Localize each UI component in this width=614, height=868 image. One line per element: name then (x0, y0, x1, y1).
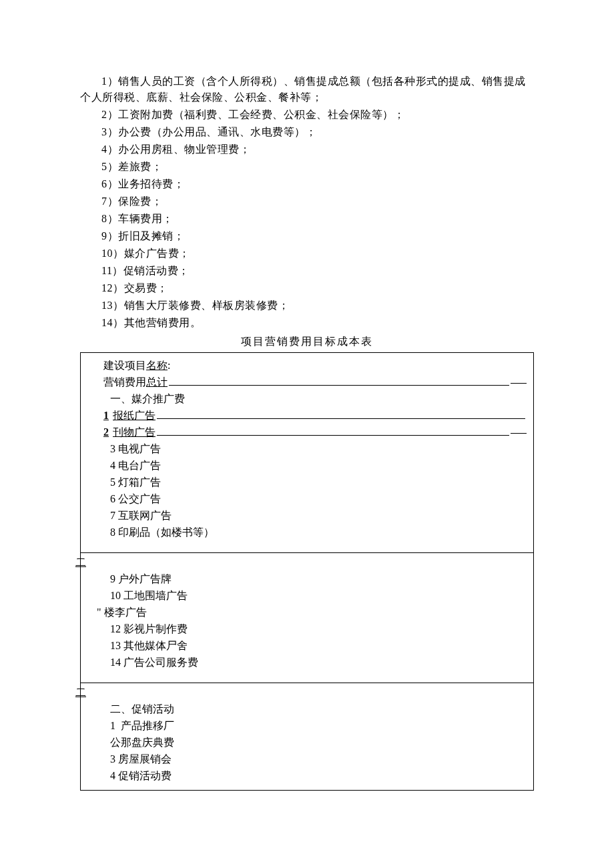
item-row: 公那盘庆典费 (87, 735, 527, 751)
item-row: 14 广告公司服务费 (87, 655, 527, 671)
item-row: " 楼李广告 (87, 604, 527, 620)
project-name-row: 建设项目名称: (81, 358, 533, 374)
item-row: 12 影视片制作费 (87, 621, 527, 637)
item-row: 9 户外广告牌 (87, 571, 527, 587)
item-text: 广告公司服务费 (123, 657, 198, 668)
section-2-label: 二、促销活动 (110, 703, 174, 715)
item-number: 12 (110, 623, 121, 634)
separator (81, 683, 533, 683)
item-number: 14 (110, 657, 121, 668)
dash-icon (511, 426, 527, 434)
item-number: 13 (110, 640, 121, 651)
item-text: 电台广告 (118, 460, 161, 471)
two-marker: 二 (75, 685, 533, 701)
item-text: 影视片制作费 (123, 623, 188, 634)
table-title: 项目营销费用目标成本表 (80, 334, 534, 350)
list-item: 6）业务招待费； (80, 176, 534, 192)
item-number: 5 (110, 476, 115, 488)
quote-mark: " (97, 606, 101, 618)
underline-fill (157, 408, 525, 419)
list-item: 4）办公用房租、物业管理费； (80, 141, 534, 157)
item-number: 2 (103, 426, 109, 438)
item-number: 10 (110, 590, 121, 601)
item-text: 楼李广告 (104, 606, 147, 618)
total-label-underline: 总计 (146, 376, 168, 388)
item-number: 9 (110, 573, 115, 584)
separator (81, 552, 533, 553)
project-label-underline: 名称 (146, 360, 168, 371)
project-label: 建设项目 (103, 360, 146, 371)
item-row: 3 房屋展销会 (87, 751, 527, 767)
list-item: 7）保险费； (80, 193, 534, 209)
cost-table: 建设项目名称: 营销费用总计 一、媒介推广费 1 报纸广告 2 刊物广告 3 电… (80, 352, 534, 791)
item-row: 1 产品推移厂 (87, 718, 527, 734)
item-text: 电视广告 (118, 443, 161, 454)
item-number: 4 (110, 460, 115, 471)
item-text: 其他媒体尸舍 (123, 640, 188, 651)
list-item: 13）销售大厅装修费、样板房装修费； (80, 298, 534, 314)
list-item: 2）工资附加费（福利费、工会经费、公积金、社会保险等）； (80, 107, 534, 123)
item-row: 2 刊物广告 (81, 424, 533, 440)
list-item: 14）其他营销费用。 (80, 315, 534, 331)
item-number: 1 (110, 720, 115, 731)
item-number: 4 (110, 770, 115, 781)
two-marker: 二 (75, 554, 533, 570)
item-row: 10 工地围墙广告 (87, 588, 527, 604)
item-number: 8 (110, 526, 115, 538)
item-row: 3 电视广告 (87, 441, 527, 457)
underline-fill (169, 375, 509, 386)
item-text: 印刷品（如楼书等） (118, 526, 214, 538)
item-text: 公那盘庆典费 (110, 737, 174, 748)
item-row: 13 其他媒体尸舍 (87, 638, 527, 654)
item-row: 4 促销活动费 (87, 768, 527, 784)
section-1-label: 一、媒介推广费 (110, 393, 185, 404)
underline-fill (157, 425, 509, 436)
item-number: 6 (110, 493, 115, 504)
item-row: 8 印刷品（如楼书等） (87, 524, 527, 540)
item-text: 户外广告牌 (118, 573, 172, 584)
item-row: 7 互联网广告 (87, 508, 527, 524)
item-text: 刊物广告 (113, 426, 156, 438)
item-row: 5 灯箱广告 (87, 474, 527, 490)
item-text: 灯箱广告 (118, 476, 161, 488)
dash-icon (511, 376, 527, 384)
total-label: 营销费用 (103, 376, 146, 388)
item-row: 4 电台广告 (87, 458, 527, 474)
item-number: 3 (110, 753, 115, 765)
item-text: 报纸广告 (113, 410, 156, 421)
list-item: 8）车辆费用； (80, 211, 534, 227)
list-item: 10）媒介广告费； (80, 246, 534, 262)
item-number: 1 (103, 410, 109, 421)
section-1-header: 一、媒介推广费 (87, 391, 527, 407)
item-text: 房屋展销会 (118, 753, 172, 765)
item-number: 7 (110, 510, 115, 521)
list-item: 9）折旧及摊销； (80, 228, 534, 244)
item-text: 工地围墙广告 (123, 590, 188, 601)
item-text: 促销活动费 (118, 770, 172, 781)
list-item: 3）办公费（办公用品、通讯、水电费等）； (80, 124, 534, 140)
numbered-list: 1）销售人员的工资（含个人所得税）、销售提成总额（包括各种形式的提成、销售提成个… (80, 73, 534, 331)
section-2-header: 二、促销活动 (87, 701, 527, 717)
item-row: 1 报纸广告 (81, 408, 533, 424)
item-text: 公交广告 (118, 493, 161, 504)
list-item: 12）交易费； (80, 280, 534, 296)
item-number: 3 (110, 443, 115, 454)
item-row: 6 公交广告 (87, 491, 527, 507)
total-row: 营销费用总计 (81, 374, 533, 390)
list-item: 5）差旅费； (80, 159, 534, 175)
list-item: 11）促销活动费； (80, 263, 534, 279)
item-text: 互联网广告 (118, 510, 172, 521)
list-item: 1）销售人员的工资（含个人所得税）、销售提成总额（包括各种形式的提成、销售提成个… (80, 73, 534, 105)
item-text: 产品推移厂 (121, 720, 174, 731)
